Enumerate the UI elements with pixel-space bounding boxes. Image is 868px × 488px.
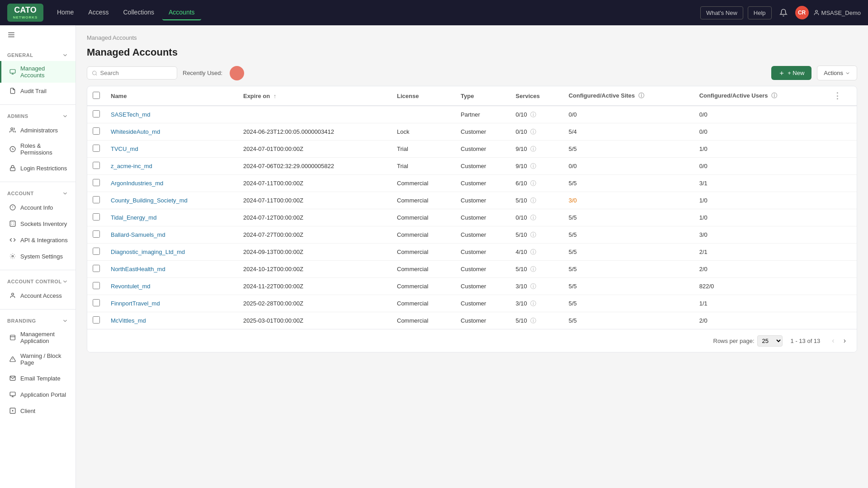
search-box[interactable]: [87, 66, 177, 80]
cell-name-7[interactable]: Ballard-Samuels_md: [105, 226, 238, 244]
plus-icon: [778, 70, 785, 76]
sidebar-admins-header[interactable]: ADMINS: [0, 110, 75, 122]
search-input[interactable]: [100, 70, 172, 76]
row-checkbox-0[interactable]: [93, 110, 100, 117]
cell-name-12[interactable]: McVittles_md: [105, 312, 238, 329]
table-row: County_Building_Society_md 2024-07-11T00…: [87, 192, 857, 209]
cell-services-11: 3/10 ⓘ: [510, 295, 563, 312]
cell-sites-8: 5/5: [563, 244, 694, 261]
whats-new-button[interactable]: What's New: [700, 6, 743, 19]
row-checkbox-10[interactable]: [93, 282, 100, 289]
prev-page-button[interactable]: ‹: [828, 335, 838, 347]
row-checkbox-3[interactable]: [93, 162, 100, 169]
login-restrictions-icon: [9, 164, 17, 172]
notifications-icon[interactable]: [776, 5, 791, 20]
services-info-6[interactable]: ⓘ: [530, 214, 536, 221]
cell-name-0[interactable]: SASETech_md: [105, 106, 238, 123]
sidebar-branding-header[interactable]: BRANDING: [0, 315, 75, 327]
cell-users-9: 2/0: [694, 261, 828, 278]
services-info-10[interactable]: ⓘ: [530, 283, 536, 290]
cell-name-10[interactable]: Revontulet_md: [105, 278, 238, 295]
cell-type-4: Customer: [455, 175, 510, 192]
services-info-5[interactable]: ⓘ: [530, 197, 536, 204]
cell-type-11: Customer: [455, 295, 510, 312]
row-checkbox-4[interactable]: [93, 179, 100, 186]
row-checkbox-12[interactable]: [93, 316, 100, 324]
sidebar-item-application-portal[interactable]: Application Portal: [0, 386, 75, 403]
sidebar-item-management-app[interactable]: Management Application: [0, 327, 75, 348]
sidebar-general-header[interactable]: GENERAL: [0, 49, 75, 61]
services-info-0[interactable]: ⓘ: [530, 111, 536, 118]
cell-sites-5: 3/0: [563, 192, 694, 209]
recently-used-label: Recently Used:: [183, 70, 222, 76]
cell-name-2[interactable]: TVCU_md: [105, 141, 238, 158]
cell-users-1: 0/0: [694, 123, 828, 141]
rows-per-page-select[interactable]: 25 50 100: [757, 335, 783, 347]
sidebar-item-audit-trail[interactable]: Audit Trail: [0, 83, 75, 99]
services-info-4[interactable]: ⓘ: [530, 180, 536, 187]
sidebar-account-header[interactable]: ACCOUNT: [0, 188, 75, 199]
services-info-2[interactable]: ⓘ: [530, 145, 536, 152]
cell-name-6[interactable]: Tidal_Energy_md: [105, 209, 238, 226]
sites-info-icon[interactable]: ⓘ: [638, 92, 644, 99]
cell-name-1[interactable]: WhitesideAuto_md: [105, 123, 238, 141]
sidebar-item-sockets-inventory[interactable]: Sockets Inventory: [0, 216, 75, 232]
cell-name-8[interactable]: Diagnostic_imaging_Ltd_md: [105, 244, 238, 261]
sidebar-account-control-header[interactable]: ACCOUNT CONTROL: [0, 276, 75, 287]
select-all-checkbox[interactable]: [93, 92, 100, 99]
services-info-8[interactable]: ⓘ: [530, 249, 536, 255]
row-checkbox-11[interactable]: [93, 299, 100, 306]
username-display[interactable]: MSASE_Demo: [813, 9, 861, 16]
services-info-11[interactable]: ⓘ: [530, 300, 536, 307]
sidebar-item-email-template[interactable]: Email Template: [0, 370, 75, 386]
services-info-12[interactable]: ⓘ: [530, 317, 536, 324]
sidebar: GENERAL Managed Accounts Audit Trail ADM…: [0, 25, 76, 488]
sidebar-item-account-access[interactable]: Account Access: [0, 287, 75, 304]
row-checkbox-7[interactable]: [93, 230, 100, 238]
cell-name-9[interactable]: NorthEastHealth_md: [105, 261, 238, 278]
sidebar-item-login-restrictions[interactable]: Login Restrictions: [0, 160, 75, 176]
sidebar-item-managed-accounts[interactable]: Managed Accounts: [0, 61, 75, 83]
sidebar-item-account-info[interactable]: Account Info: [0, 199, 75, 216]
services-info-7[interactable]: ⓘ: [530, 231, 536, 238]
sidebar-item-administrators[interactable]: Administrators: [0, 122, 75, 138]
row-checkbox-1[interactable]: [93, 127, 100, 135]
management-app-icon: [9, 333, 17, 342]
row-checkbox-8[interactable]: [93, 248, 100, 255]
logo[interactable]: CATO NETWORKS: [7, 4, 43, 22]
sidebar-item-system-settings[interactable]: System Settings: [0, 248, 75, 264]
services-info-3[interactable]: ⓘ: [530, 163, 536, 169]
services-info-1[interactable]: ⓘ: [530, 128, 536, 135]
nav-access[interactable]: Access: [82, 5, 115, 20]
nav-collections[interactable]: Collections: [117, 5, 160, 20]
sidebar-item-api-integrations[interactable]: API & Integrations: [0, 232, 75, 248]
cell-name-4[interactable]: ArgonIndustries_md: [105, 175, 238, 192]
nav-accounts[interactable]: Accounts: [162, 5, 201, 20]
help-button[interactable]: Help: [748, 6, 772, 19]
actions-button[interactable]: Actions: [817, 66, 857, 80]
cell-services-4: 6/10 ⓘ: [510, 175, 563, 192]
row-checkbox-2[interactable]: [93, 145, 100, 152]
next-page-button[interactable]: ›: [840, 335, 849, 347]
new-button[interactable]: + New: [771, 66, 811, 80]
table-row: ArgonIndustries_md 2024-07-11T00:00:00Z …: [87, 175, 857, 192]
cell-name-5[interactable]: County_Building_Society_md: [105, 192, 238, 209]
sidebar-item-roles-permissions[interactable]: Roles & Permissions: [0, 138, 75, 160]
sidebar-toggle[interactable]: [0, 25, 75, 46]
cell-name-3[interactable]: z_acme-inc_md: [105, 158, 238, 175]
users-info-icon[interactable]: ⓘ: [771, 92, 777, 99]
row-checkbox-9[interactable]: [93, 265, 100, 272]
user-avatar[interactable]: CR: [795, 6, 809, 19]
cell-name-11[interactable]: FinnportTravel_md: [105, 295, 238, 312]
page-title: Managed Accounts: [87, 47, 857, 58]
sidebar-item-client[interactable]: Client: [0, 403, 75, 419]
cell-type-10: Customer: [455, 278, 510, 295]
cell-sites-7: 5/5: [563, 226, 694, 244]
nav-home[interactable]: Home: [51, 5, 80, 20]
services-info-9[interactable]: ⓘ: [530, 266, 536, 272]
table-more-icon[interactable]: ⋮: [833, 91, 841, 100]
row-checkbox-6[interactable]: [93, 213, 100, 221]
col-expire-on[interactable]: Expire on ↑: [238, 86, 392, 106]
sidebar-item-warning-block[interactable]: Warning / Block Page: [0, 348, 75, 370]
row-checkbox-5[interactable]: [93, 196, 100, 203]
